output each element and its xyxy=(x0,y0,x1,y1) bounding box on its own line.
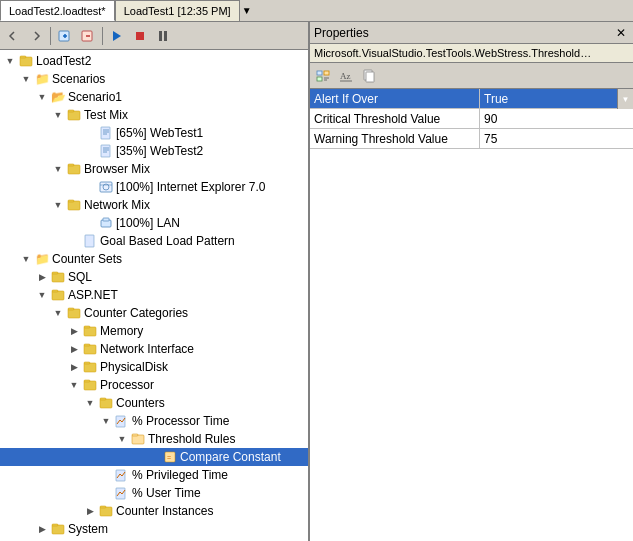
counter-categories-icon xyxy=(66,305,82,321)
svg-rect-30 xyxy=(52,291,64,300)
threshold-rules-expander[interactable]: ▼ xyxy=(114,431,130,447)
tree-item-lan[interactable]: ▶ [100%] LAN xyxy=(0,214,308,232)
svg-text:Az: Az xyxy=(340,71,351,81)
back-button[interactable] xyxy=(2,25,24,47)
svg-rect-38 xyxy=(84,363,96,372)
tree-root[interactable]: ▼ LoadTest2 xyxy=(0,52,308,70)
svg-rect-33 xyxy=(68,308,74,310)
tree-item-counter-sets[interactable]: ▼ 📁 Counter Sets xyxy=(0,250,308,268)
tree-item-compare-constant[interactable]: ▶ = Compare Constant xyxy=(0,448,308,466)
run-button[interactable] xyxy=(106,25,128,47)
tree-item-counter-instances[interactable]: ▶ Counter Instances xyxy=(0,502,308,520)
props-alphabetical-button[interactable]: Az xyxy=(335,65,357,87)
tree-item-pct-privileged[interactable]: ▶ % Privileged Time xyxy=(0,466,308,484)
scenario1-expander[interactable]: ▼ xyxy=(34,89,50,105)
stop-button[interactable] xyxy=(129,25,151,47)
toolbar-sep-1 xyxy=(50,27,51,45)
physicaldisk-icon xyxy=(82,359,98,375)
memory-icon xyxy=(82,323,98,339)
alert-if-over-dropdown[interactable]: ▼ xyxy=(617,89,633,109)
tree-item-pct-processor-time[interactable]: ▼ % Processor Time xyxy=(0,412,308,430)
aspnet-expander[interactable]: ▼ xyxy=(34,287,50,303)
tab-loadtest2[interactable]: LoadTest2.loadtest* xyxy=(0,0,115,21)
props-row-alert-if-over[interactable]: Alert If Over True ▼ xyxy=(310,89,633,109)
test-mix-label: Test Mix xyxy=(84,108,128,122)
tree-item-test-mix[interactable]: ▼ Test Mix xyxy=(0,106,308,124)
tree-item-goal-load[interactable]: ▶ Goal Based Load Pattern xyxy=(0,232,308,250)
counters-label: Counters xyxy=(116,396,165,410)
tree-item-counters[interactable]: ▼ Counters xyxy=(0,394,308,412)
tab-overflow-button[interactable]: ▼ xyxy=(242,5,252,16)
aspnet-label: ASP.NET xyxy=(68,288,118,302)
svg-rect-49 xyxy=(116,470,125,481)
counter-categories-expander[interactable]: ▼ xyxy=(50,305,66,321)
svg-rect-31 xyxy=(52,290,58,292)
svg-rect-24 xyxy=(68,200,74,202)
counter-instances-expander[interactable]: ▶ xyxy=(82,503,98,519)
counters-expander[interactable]: ▼ xyxy=(82,395,98,411)
props-row-critical-threshold[interactable]: Critical Threshold Value 90 xyxy=(310,109,633,129)
network-mix-expander[interactable]: ▼ xyxy=(50,197,66,213)
scenarios-expander[interactable]: ▼ xyxy=(18,71,34,87)
tree-item-processor[interactable]: ▼ Processor xyxy=(0,376,308,394)
svg-rect-5 xyxy=(164,31,167,41)
props-categorized-button[interactable] xyxy=(312,65,334,87)
system-expander[interactable]: ▶ xyxy=(34,521,50,537)
svg-rect-50 xyxy=(116,488,125,499)
processor-icon xyxy=(82,377,98,393)
root-label: LoadTest2 xyxy=(36,54,91,68)
tab-bar: LoadTest2.loadtest* LoadTest1 [12:35 PM]… xyxy=(0,0,633,22)
processor-expander[interactable]: ▼ xyxy=(66,377,82,393)
sql-expander[interactable]: ▶ xyxy=(34,269,50,285)
pause-button[interactable] xyxy=(152,25,174,47)
goal-load-label: Goal Based Load Pattern xyxy=(100,234,235,248)
tree-item-physicaldisk[interactable]: ▶ PhysicalDisk xyxy=(0,358,308,376)
tree-item-webtest1[interactable]: ▶ [65%] WebTest1 xyxy=(0,124,308,142)
properties-close-button[interactable]: ✕ xyxy=(613,26,629,40)
tree-view[interactable]: ▼ LoadTest2 ▼ 📁 Scenarios ▼ 📂 Scenario1 xyxy=(0,50,308,541)
tree-item-scenarios[interactable]: ▼ 📁 Scenarios xyxy=(0,70,308,88)
test-mix-expander[interactable]: ▼ xyxy=(50,107,66,123)
tree-item-ie7[interactable]: ▶ [100%] Internet Explorer 7.0 xyxy=(0,178,308,196)
pct-processor-time-expander[interactable]: ▼ xyxy=(98,413,114,429)
counter-sets-expander[interactable]: ▼ xyxy=(18,251,34,267)
memory-expander[interactable]: ▶ xyxy=(66,323,82,339)
tree-item-network-mix[interactable]: ▼ Network Mix xyxy=(0,196,308,214)
tree-item-sql[interactable]: ▶ SQL xyxy=(0,268,308,286)
tree-item-browser-mix[interactable]: ▼ Browser Mix xyxy=(0,160,308,178)
network-mix-label: Network Mix xyxy=(84,198,150,212)
tree-item-pct-user[interactable]: ▶ % User Time xyxy=(0,484,308,502)
remove-button[interactable] xyxy=(77,25,99,47)
add-button[interactable] xyxy=(54,25,76,47)
browser-mix-expander[interactable]: ▼ xyxy=(50,161,66,177)
pct-privileged-icon xyxy=(114,467,130,483)
tree-item-counter-categories[interactable]: ▼ Counter Categories xyxy=(0,304,308,322)
tree-item-scenario1[interactable]: ▼ 📂 Scenario1 xyxy=(0,88,308,106)
tree-item-aspnet[interactable]: ▼ ASP.NET xyxy=(0,286,308,304)
network-interface-expander[interactable]: ▶ xyxy=(66,341,82,357)
svg-rect-63 xyxy=(366,72,374,82)
svg-rect-40 xyxy=(84,381,96,390)
props-pages-button[interactable] xyxy=(358,65,380,87)
tree-item-threshold-rules[interactable]: ▼ Threshold Rules xyxy=(0,430,308,448)
svg-rect-54 xyxy=(52,524,58,526)
scenario1-icon: 📂 xyxy=(50,89,66,105)
forward-button[interactable] xyxy=(25,25,47,47)
tree-item-webtest2[interactable]: ▶ [35%] WebTest2 xyxy=(0,142,308,160)
svg-rect-3 xyxy=(136,32,144,40)
svg-rect-27 xyxy=(85,235,94,247)
system-icon xyxy=(50,521,66,537)
properties-header: Properties ✕ xyxy=(310,22,633,44)
root-expander[interactable]: ▼ xyxy=(2,53,18,69)
props-row-warning-threshold[interactable]: Warning Threshold Value 75 xyxy=(310,129,633,149)
props-value-critical-threshold: 90 xyxy=(480,109,633,128)
svg-rect-28 xyxy=(52,273,64,282)
tree-item-memory[interactable]: ▶ Memory xyxy=(0,322,308,340)
main-area: ▼ LoadTest2 ▼ 📁 Scenarios ▼ 📂 Scenario1 xyxy=(0,22,633,541)
physicaldisk-expander[interactable]: ▶ xyxy=(66,359,82,375)
tab-loadtest1[interactable]: LoadTest1 [12:35 PM] xyxy=(115,0,240,21)
network-mix-icon xyxy=(66,197,82,213)
tree-item-system[interactable]: ▶ System xyxy=(0,520,308,538)
processor-label: Processor xyxy=(100,378,154,392)
tree-item-network-interface[interactable]: ▶ Network Interface xyxy=(0,340,308,358)
